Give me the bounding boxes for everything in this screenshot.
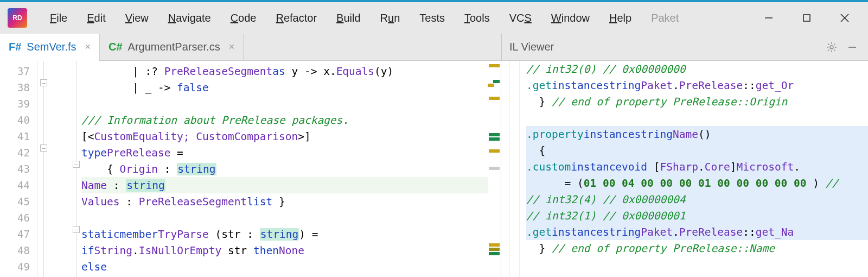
code-line[interactable]: Values : PreReleaseSegment list } bbox=[81, 193, 501, 210]
il-viewer-pane: // int32(0) // 0x00000000 .get instance … bbox=[501, 61, 868, 277]
menu-tools[interactable]: Tools bbox=[455, 9, 500, 28]
line-number: 46 bbox=[0, 210, 37, 226]
code-line[interactable]: type PreRelease = bbox=[81, 144, 501, 161]
close-icon bbox=[839, 12, 850, 23]
minimize-button[interactable] bbox=[750, 7, 788, 29]
il-line[interactable]: .property instance string Name() bbox=[526, 126, 868, 142]
editor-body[interactable]: | :? PreReleaseSegment as y -> x.Equals(… bbox=[81, 61, 501, 277]
code-line[interactable]: { Origin : string bbox=[81, 161, 501, 177]
svg-line-9 bbox=[828, 43, 829, 45]
menu-tests[interactable]: Tests bbox=[410, 9, 455, 28]
line-number: 41 bbox=[0, 128, 37, 144]
line-number: 39 bbox=[0, 96, 37, 112]
line-number: 49 bbox=[0, 259, 37, 275]
line-number: 44 bbox=[0, 177, 37, 193]
tab-label: ArgumentParser.cs bbox=[128, 41, 220, 53]
line-number: 47 bbox=[0, 226, 37, 242]
editor-split: 37383940414243444546474849 – – – – | :? … bbox=[0, 61, 868, 277]
line-number-gutter: 37383940414243444546474849 bbox=[0, 61, 38, 277]
fold-marker[interactable]: – bbox=[40, 79, 47, 86]
fold-marker[interactable]: – bbox=[73, 161, 80, 168]
il-line[interactable]: { bbox=[526, 142, 868, 159]
code-line[interactable]: | :? PreReleaseSegment as y -> x.Equals(… bbox=[81, 63, 501, 79]
menu-refactor[interactable]: Refactor bbox=[266, 9, 327, 28]
svg-rect-1 bbox=[803, 15, 810, 21]
il-viewer-title: IL Viewer bbox=[509, 41, 554, 53]
code-line[interactable]: else bbox=[81, 259, 501, 275]
il-line[interactable]: } // end of property PreRelease::Origin bbox=[526, 93, 868, 110]
tab-row: F# SemVer.fs × C# ArgumentParser.cs × IL… bbox=[0, 34, 868, 61]
marker-strip bbox=[488, 61, 501, 277]
code-line[interactable]: static member TryParse (str : string) = bbox=[81, 226, 501, 242]
tab-label: SemVer.fs bbox=[27, 41, 76, 53]
line-number: 45 bbox=[0, 193, 37, 210]
code-line[interactable]: if String.IsNullOrEmpty str then None bbox=[81, 242, 501, 259]
svg-line-11 bbox=[828, 49, 829, 51]
menu-code[interactable]: Code bbox=[221, 9, 266, 28]
il-line[interactable]: } // end of property PreRelease::Name bbox=[526, 240, 868, 256]
il-line[interactable]: .get instance string Paket.PreRelease::g… bbox=[526, 224, 868, 240]
line-number: 42 bbox=[0, 144, 37, 161]
menu-help[interactable]: Help bbox=[599, 9, 641, 28]
il-line[interactable] bbox=[526, 110, 868, 126]
menu-run[interactable]: Run bbox=[371, 9, 410, 28]
code-line[interactable]: Name : string bbox=[81, 177, 501, 193]
line-number: 38 bbox=[0, 79, 37, 96]
tab-close-icon[interactable]: × bbox=[226, 41, 235, 53]
il-line[interactable]: // int32(1) // 0x00000001 bbox=[526, 207, 868, 224]
menu-edit[interactable]: Edit bbox=[77, 9, 115, 28]
svg-line-10 bbox=[834, 49, 835, 51]
menu-view[interactable]: View bbox=[116, 9, 158, 28]
app-icon: RD bbox=[8, 8, 27, 28]
window-controls bbox=[750, 7, 864, 29]
menu-build[interactable]: Build bbox=[327, 9, 370, 28]
code-line[interactable]: [<CustomEquality; CustomComparison>] bbox=[81, 128, 501, 144]
code-line[interactable]: /// Information about PreRelease package… bbox=[81, 112, 501, 128]
tab-semver-fs[interactable]: F# SemVer.fs × bbox=[0, 34, 100, 60]
il-line[interactable]: = (01 00 04 00 00 00 01 00 00 00 00 00 )… bbox=[526, 175, 868, 191]
menu-bar: RD File Edit View Navigate Code Refactor… bbox=[0, 2, 868, 34]
maximize-button[interactable] bbox=[788, 7, 826, 29]
fold-marker[interactable]: – bbox=[40, 144, 47, 152]
tab-close-icon[interactable]: × bbox=[82, 41, 91, 53]
il-viewer-header: IL Viewer bbox=[501, 34, 868, 60]
lang-badge-csharp: C# bbox=[108, 41, 123, 53]
il-gutter bbox=[501, 61, 520, 277]
line-number: 40 bbox=[0, 112, 37, 128]
il-body[interactable]: // int32(0) // 0x00000000 .get instance … bbox=[520, 61, 868, 277]
gear-icon[interactable] bbox=[824, 39, 840, 55]
close-window-button[interactable] bbox=[826, 7, 864, 29]
menu-vcs[interactable]: VCS bbox=[500, 9, 541, 28]
il-line[interactable]: .custom instance void [FSharp.Core]Micro… bbox=[526, 159, 868, 175]
il-line[interactable]: // int32(4) // 0x00000004 bbox=[526, 191, 868, 207]
minimize-icon bbox=[764, 13, 774, 23]
code-line[interactable]: | _ -> false bbox=[81, 79, 501, 96]
menu-file[interactable]: File bbox=[40, 9, 77, 28]
il-line[interactable]: .get instance string Paket.PreRelease::g… bbox=[526, 77, 868, 93]
menu-paket[interactable]: Paket bbox=[641, 9, 688, 28]
code-line[interactable] bbox=[81, 96, 501, 112]
svg-point-4 bbox=[830, 46, 833, 49]
maximize-icon bbox=[802, 13, 812, 23]
line-number: 43 bbox=[0, 161, 37, 177]
line-number: 48 bbox=[0, 242, 37, 259]
lang-badge-fsharp: F# bbox=[9, 41, 21, 53]
svg-line-12 bbox=[834, 43, 835, 45]
fold-marker[interactable]: – bbox=[73, 226, 80, 233]
hide-panel-icon[interactable] bbox=[844, 39, 860, 55]
editor-pane: 37383940414243444546474849 – – – – | :? … bbox=[0, 61, 501, 277]
fold-gutter: – – – – bbox=[38, 61, 81, 277]
code-line[interactable] bbox=[81, 210, 501, 226]
menu-window[interactable]: Window bbox=[541, 9, 599, 28]
tab-argumentparser-cs[interactable]: C# ArgumentParser.cs × bbox=[100, 34, 244, 60]
il-line[interactable]: // int32(0) // 0x00000000 bbox=[526, 61, 868, 77]
menu-navigate[interactable]: Navigate bbox=[158, 9, 221, 28]
line-number: 37 bbox=[0, 63, 37, 79]
